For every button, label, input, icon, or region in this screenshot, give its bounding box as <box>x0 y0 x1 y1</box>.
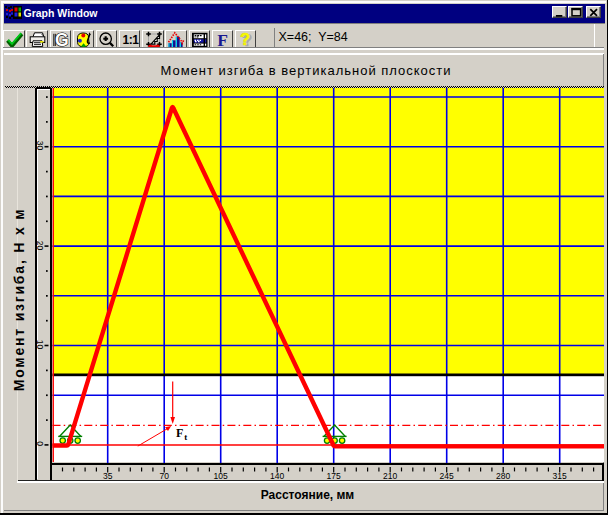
svg-text:F: F <box>176 426 183 440</box>
svg-text:t: t <box>184 432 187 442</box>
